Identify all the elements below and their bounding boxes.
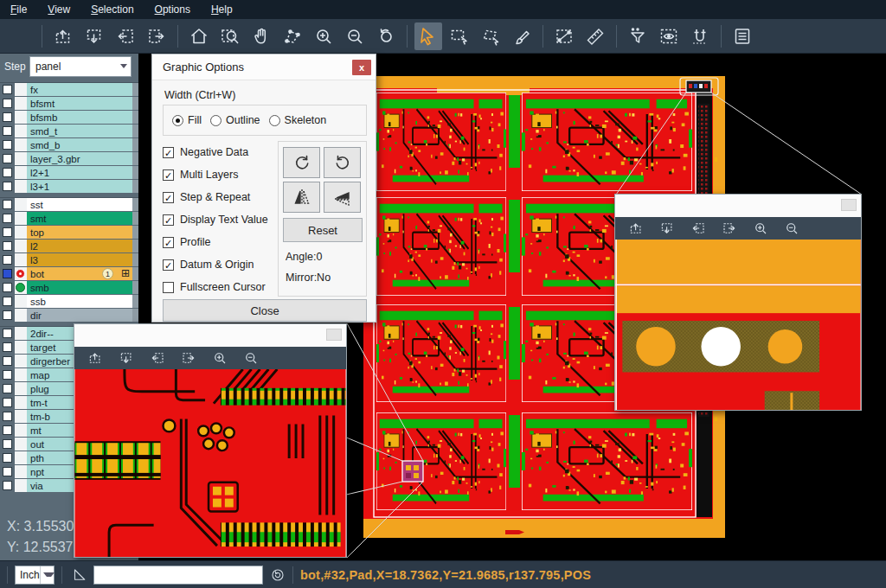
layer-list-scroll-strip[interactable] [132,226,138,239]
flip-vertical-button[interactable] [324,182,361,213]
layer-visibility-checkbox[interactable] [0,212,15,225]
layer-visibility-checkbox[interactable] [0,451,15,464]
zoom-previous-button[interactable] [372,22,400,50]
radio-skeleton[interactable]: Skeleton [269,114,327,126]
poly-zoom-button[interactable] [279,22,306,50]
radio-fill[interactable]: Fill [172,114,202,126]
layer-list-scroll-strip[interactable] [132,152,138,165]
layer-row-layer_3.gbr[interactable]: layer_3.gbr [0,152,138,165]
layer-row-bfsmt[interactable]: bfsmt [0,97,138,110]
sync-icon[interactable] [270,567,286,583]
box-arrow-up-button[interactable] [49,22,77,50]
layer-list-scroll-strip[interactable] [132,253,138,266]
layer-name-cell[interactable]: bot1⊞ [27,267,132,280]
layer-visibility-checkbox[interactable] [0,368,15,381]
layer-name-cell[interactable]: top [27,226,132,239]
rotate-cw-button[interactable] [283,147,320,178]
layer-list-scroll-strip[interactable] [132,138,138,151]
layer-name-cell[interactable]: bfsmb [27,111,132,124]
layer-visibility-checkbox[interactable] [0,83,15,96]
layer-name-cell[interactable]: bfsmt [27,97,132,110]
poly-select-button[interactable] [477,22,504,50]
layer-visibility-checkbox[interactable] [0,355,15,368]
flip-horizontal-button[interactable] [283,182,320,213]
box-arrow-down-button[interactable] [656,218,678,239]
layer-visibility-checkbox[interactable] [0,465,15,478]
zoom-in-button[interactable] [310,22,337,50]
rect-select-button[interactable] [446,22,473,50]
layer-name-cell[interactable]: l3 [27,253,132,266]
layer-list-scroll-strip[interactable] [132,267,138,280]
menu-selection[interactable]: Selection [80,0,144,19]
layer-list-scroll-strip[interactable] [132,97,138,110]
layer-name-cell[interactable]: sst [27,198,132,211]
filter-button[interactable] [624,22,652,50]
popup-title-bar[interactable] [74,324,346,347]
layer-visibility-checkbox[interactable] [0,438,15,451]
layer-visibility-checkbox[interactable] [0,240,15,252]
home-button[interactable] [185,22,213,50]
clean-brush-button[interactable] [508,22,536,50]
layer-row-smd_b[interactable]: smd_b [0,138,138,151]
layer-visibility-checkbox[interactable] [0,226,15,239]
show-select-button[interactable] [655,22,683,50]
layer-row-smt[interactable]: smt [0,212,138,225]
layer-row-sst[interactable]: sst [0,198,138,211]
layer-list-scroll-strip[interactable] [132,198,138,211]
box-arrow-right-button[interactable] [143,22,170,50]
zoom-area-button[interactable] [216,22,244,50]
unit-dropdown[interactable]: Inch [15,566,55,585]
pcb-board[interactable] [376,304,506,402]
pcb-board[interactable] [522,412,692,510]
rotate-ccw-button[interactable] [324,147,361,178]
layer-row-dir[interactable]: dir [0,309,138,322]
menu-file[interactable]: File [0,0,37,19]
box-arrow-left-button[interactable] [146,348,169,368]
menu-help[interactable]: Help [201,0,243,19]
menu-view[interactable]: View [37,0,80,19]
layer-visibility-checkbox[interactable] [0,198,15,211]
box-arrow-right-button[interactable] [177,348,200,368]
reset-button[interactable]: Reset [283,218,363,242]
step-dropdown[interactable]: panel [29,56,132,77]
checkbox-negative-data[interactable]: ✓Negative Data [163,141,268,163]
pcb-board[interactable] [376,412,506,510]
measure-line-button[interactable] [550,22,578,50]
layer-row-l3[interactable]: l3 [0,253,138,266]
layer-visibility-checkbox[interactable] [0,424,15,437]
layer-visibility-checkbox[interactable] [0,97,15,110]
ruler-button[interactable] [581,22,609,50]
corner-angle-icon[interactable] [71,567,87,583]
pcb-board[interactable] [376,197,506,296]
checkbox-multi-layers[interactable]: ✓Multi Layers [163,163,268,186]
layer-panel-button[interactable] [729,22,756,50]
layer-visibility-checkbox[interactable] [0,295,15,308]
radio-outline[interactable]: Outline [210,114,260,126]
layer-visibility-checkbox[interactable] [0,152,15,165]
layer-visibility-checkbox[interactable] [0,111,15,124]
select-cursor-button[interactable] [414,22,442,50]
grid-icon[interactable]: ⊞ [121,267,130,279]
layer-list-scroll-strip[interactable] [132,125,138,137]
layer-visibility-checkbox[interactable] [0,138,15,151]
layer-visibility-checkbox[interactable] [0,396,15,409]
layer-list-scroll-strip[interactable] [132,180,138,193]
layer-visibility-checkbox[interactable] [0,125,15,137]
checkbox-profile[interactable]: ✓Profile [163,231,268,253]
layer-list-scroll-strip[interactable] [132,166,138,179]
checkbox-display-text-value[interactable]: ✓Display Text Value [163,208,268,231]
layer-row-bfsmb[interactable]: bfsmb [0,111,138,124]
open-folder-button[interactable] [7,22,35,50]
layer-row-l2[interactable]: l2 [0,240,138,252]
zoom-out-button[interactable] [240,348,262,368]
popup-window-button[interactable] [326,329,342,341]
box-arrow-down-button[interactable] [80,22,108,50]
popup-pcb-detail[interactable] [74,369,346,557]
zoom-in-button[interactable] [209,348,231,368]
zoom-out-button[interactable] [341,22,369,50]
box-arrow-up-button[interactable] [84,348,106,368]
checkbox-step-repeat[interactable]: ✓Step & Repeat [163,186,268,208]
dialog-close-button[interactable]: x [352,60,371,75]
zoom-out-button[interactable] [780,218,803,239]
layer-list-scroll-strip[interactable] [132,212,138,225]
